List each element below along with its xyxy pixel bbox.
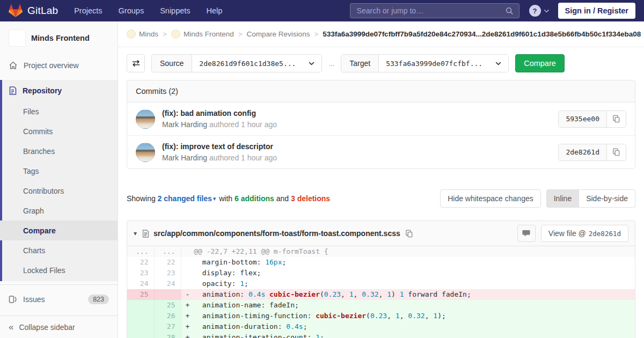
nav-link-help[interactable]: Help xyxy=(207,6,223,15)
old-line-number[interactable] xyxy=(127,321,154,332)
search-input[interactable] xyxy=(356,6,506,16)
code-segment: 1 xyxy=(387,290,391,298)
code-segment: ; xyxy=(282,258,287,266)
breadcrumb-label: Minds Frontend xyxy=(184,30,234,38)
new-line-number[interactable]: 24 xyxy=(154,278,181,289)
commit-author[interactable]: Mark Harding xyxy=(162,153,207,162)
old-line-number[interactable]: 25 xyxy=(127,289,154,300)
swap-icon xyxy=(131,60,141,67)
collapse-icon: « xyxy=(9,322,13,333)
compare-button[interactable]: Compare xyxy=(515,54,565,72)
old-line-number[interactable]: 23 xyxy=(127,268,154,278)
code-segment: 1 xyxy=(349,290,354,298)
project-title: Minds Frontend xyxy=(31,34,90,42)
commit-title[interactable]: (fix): improve text of descriptor xyxy=(162,142,277,151)
search-box[interactable] xyxy=(350,3,519,18)
diff-line-code: display: flex; xyxy=(181,268,635,278)
project-context-header[interactable]: Minds Frontend xyxy=(0,21,118,55)
view-file-button[interactable]: View file @ 2de8261d xyxy=(541,225,628,242)
new-line-number[interactable]: 28 xyxy=(154,332,181,338)
commit-row: (fix): improve text of descriptorMark Ha… xyxy=(127,135,635,168)
old-line-number[interactable] xyxy=(127,300,154,311)
sidebar-item-files[interactable]: Files xyxy=(0,101,118,121)
sidebar-item-project-overview[interactable]: Project overview xyxy=(0,55,118,76)
old-line-number[interactable] xyxy=(127,332,154,338)
code-segment: , xyxy=(400,312,408,320)
brand-text: GitLab xyxy=(27,5,58,17)
source-dropdown[interactable]: 2de8261d9f601c1d38e5... xyxy=(192,55,321,72)
gitlab-logo[interactable]: GitLab xyxy=(9,4,58,17)
file-path[interactable]: src/app/common/components/form-toast/for… xyxy=(153,229,400,238)
code-segment: 0.23 xyxy=(370,312,387,320)
sidebar-item-repository[interactable]: Repository xyxy=(0,80,118,101)
diff-line-code: + animation-name: fadeIn; xyxy=(181,300,635,311)
target-dropdown[interactable]: 533fa6a3999de07fcfbf... xyxy=(379,55,508,72)
breadcrumb-separator: > xyxy=(314,30,318,38)
copy-icon[interactable] xyxy=(405,230,413,238)
diff-line-code: + animation-timing-function: cubic-bezie… xyxy=(181,311,635,321)
new-line-number[interactable]: ... xyxy=(154,246,181,257)
new-line-number[interactable]: 25 xyxy=(154,300,181,311)
old-line-number[interactable] xyxy=(127,311,154,321)
sidebar-item-commits[interactable]: Commits xyxy=(0,121,118,141)
comment-button[interactable] xyxy=(517,225,536,242)
copy-sha-button[interactable] xyxy=(607,111,626,127)
help-icon[interactable]: ? xyxy=(529,5,541,17)
chevron-down-icon xyxy=(309,62,314,65)
diff-table: ...... @@ -22,7 +22,11 @@ m-formToast {2… xyxy=(127,246,635,338)
file-collapse-caret-icon[interactable]: ▾ xyxy=(134,230,137,237)
commit-sha[interactable]: 5935ee00 xyxy=(559,111,607,127)
changed-files-dropdown[interactable]: 2 changed files xyxy=(158,194,212,203)
breadcrumb-item-minds[interactable]: Minds xyxy=(127,30,158,39)
inline-toggle-button[interactable]: Inline xyxy=(546,189,579,208)
code-segment: ; xyxy=(320,333,324,338)
side-by-side-toggle-button[interactable]: Side-by-side xyxy=(579,189,635,208)
swap-revisions-button[interactable] xyxy=(127,54,145,72)
sidebar-item-issues[interactable]: Issues 823 xyxy=(0,288,118,311)
sidebar-item-branches[interactable]: Branches xyxy=(0,141,118,161)
diff-sign: - xyxy=(186,290,194,298)
sidebar-item-compare[interactable]: Compare xyxy=(0,221,118,240)
new-line-number[interactable]: 27 xyxy=(154,321,181,332)
sidebar-item-graph[interactable]: Graph xyxy=(0,201,118,221)
collapse-sidebar-button[interactable]: « Collapse sidebar xyxy=(0,315,118,338)
diff-sign: + xyxy=(186,322,194,330)
commit-info: (fix): improve text of descriptorMark Ha… xyxy=(162,142,277,162)
code-segment: animation-iteration-count: xyxy=(194,333,316,338)
commit-author[interactable]: Mark Harding xyxy=(162,120,207,129)
new-line-number[interactable]: 23 xyxy=(154,268,181,278)
avatar xyxy=(171,30,180,39)
new-line-number[interactable] xyxy=(154,289,181,300)
sidebar-item-tags[interactable]: Tags xyxy=(0,161,118,181)
breadcrumb-item-compare-revisions[interactable]: Compare Revisions xyxy=(247,30,310,38)
copy-sha-button[interactable] xyxy=(607,144,626,160)
code-segment xyxy=(265,290,269,298)
sidebar-item-contributors[interactable]: Contributors xyxy=(0,181,118,201)
nav-links: ProjectsGroupsSnippetsHelp xyxy=(74,6,222,15)
sign-in-register-button[interactable]: Sign in / Register xyxy=(558,3,635,19)
old-line-number[interactable]: 24 xyxy=(127,278,154,289)
sidebar-item-charts[interactable]: Charts xyxy=(0,240,118,260)
commit-row: (fix): bad animation configMark Harding … xyxy=(127,102,635,135)
commit-sha-group: 5935ee00 xyxy=(558,111,626,128)
nav-link-groups[interactable]: Groups xyxy=(119,6,144,15)
with-label: with xyxy=(219,194,232,203)
breadcrumb-item-minds-frontend[interactable]: Minds Frontend xyxy=(171,30,234,39)
new-line-number[interactable]: 22 xyxy=(154,257,181,268)
code-segment: 16px xyxy=(265,258,282,266)
comment-bubble-icon xyxy=(522,230,530,237)
old-line-number[interactable]: ... xyxy=(127,246,154,257)
sidebar-item-locked-files[interactable]: Locked Files xyxy=(0,260,118,280)
nav-link-snippets[interactable]: Snippets xyxy=(160,6,190,15)
top-navbar: GitLab ProjectsGroupsSnippetsHelp ? Sign… xyxy=(0,0,644,21)
hide-whitespace-button[interactable]: Hide whitespace changes xyxy=(440,189,541,208)
code-segment: 0.32 xyxy=(408,312,425,320)
commit-sha[interactable]: 2de8261d xyxy=(559,144,607,160)
commit-title[interactable]: (fix): bad animation config xyxy=(162,109,277,117)
old-line-number[interactable]: 22 xyxy=(127,257,154,268)
help-menu[interactable]: ? xyxy=(529,5,550,17)
deletions-count: 3 deletions xyxy=(291,194,330,203)
nav-link-projects[interactable]: Projects xyxy=(74,6,102,15)
breadcrumb-label: Minds xyxy=(139,30,158,38)
new-line-number[interactable]: 26 xyxy=(154,311,181,321)
